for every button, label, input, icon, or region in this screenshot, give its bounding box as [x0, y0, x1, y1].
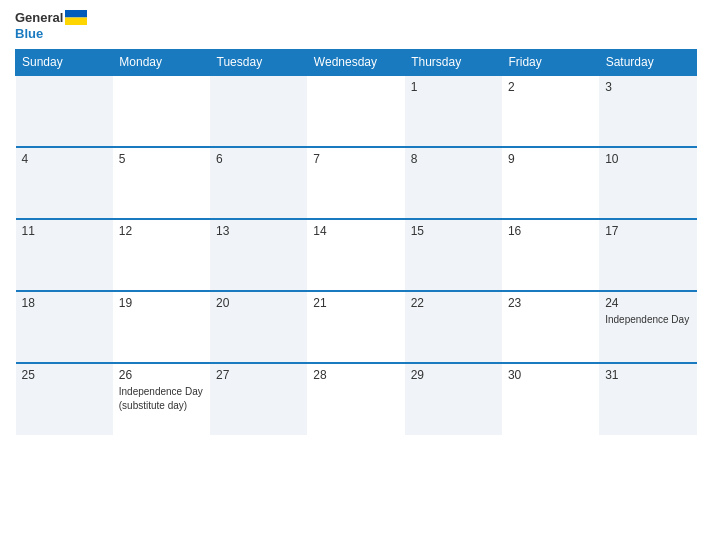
calendar-cell: 7: [307, 147, 404, 219]
day-number: 5: [119, 152, 204, 166]
day-number: 18: [22, 296, 107, 310]
calendar-header: SundayMondayTuesdayWednesdayThursdayFrid…: [16, 50, 697, 76]
calendar-cell: 28: [307, 363, 404, 435]
day-number: 9: [508, 152, 593, 166]
day-number: 24: [605, 296, 690, 310]
weekday-header-wednesday: Wednesday: [307, 50, 404, 76]
day-number: 20: [216, 296, 301, 310]
weekday-header-tuesday: Tuesday: [210, 50, 307, 76]
calendar-cell: [210, 75, 307, 147]
calendar-cell: 8: [405, 147, 502, 219]
day-number: 14: [313, 224, 398, 238]
calendar-cell: 14: [307, 219, 404, 291]
calendar-week-2: 45678910: [16, 147, 697, 219]
day-number: 29: [411, 368, 496, 382]
day-number: 25: [22, 368, 107, 382]
day-number: 6: [216, 152, 301, 166]
day-number: 13: [216, 224, 301, 238]
calendar-week-3: 11121314151617: [16, 219, 697, 291]
calendar-cell: 15: [405, 219, 502, 291]
calendar-cell: 21: [307, 291, 404, 363]
calendar-cell: 23: [502, 291, 599, 363]
day-number: 4: [22, 152, 107, 166]
day-number: 11: [22, 224, 107, 238]
svg-rect-1: [65, 18, 87, 26]
svg-rect-0: [65, 10, 87, 18]
calendar-cell: 13: [210, 219, 307, 291]
weekday-row: SundayMondayTuesdayWednesdayThursdayFrid…: [16, 50, 697, 76]
calendar-cell: 26Independence Day (substitute day): [113, 363, 210, 435]
day-number: 21: [313, 296, 398, 310]
calendar-cell: 3: [599, 75, 696, 147]
calendar-body: 123456789101112131415161718192021222324I…: [16, 75, 697, 435]
calendar-page: General Blue SundayMondayTuesdayWednesda…: [0, 0, 712, 550]
calendar-cell: 29: [405, 363, 502, 435]
day-number: 15: [411, 224, 496, 238]
day-number: 22: [411, 296, 496, 310]
logo-general-text: General: [15, 10, 63, 26]
calendar-cell: 27: [210, 363, 307, 435]
day-number: 17: [605, 224, 690, 238]
calendar-cell: 5: [113, 147, 210, 219]
calendar-cell: [307, 75, 404, 147]
day-number: 3: [605, 80, 690, 94]
day-number: 28: [313, 368, 398, 382]
calendar-cell: 20: [210, 291, 307, 363]
calendar-cell: 16: [502, 219, 599, 291]
day-number: 2: [508, 80, 593, 94]
calendar-cell: 6: [210, 147, 307, 219]
logo: General Blue: [15, 10, 87, 41]
day-number: 27: [216, 368, 301, 382]
weekday-header-sunday: Sunday: [16, 50, 113, 76]
day-number: 30: [508, 368, 593, 382]
logo-flag-icon: [65, 10, 87, 25]
calendar-cell: 24Independence Day: [599, 291, 696, 363]
calendar-week-5: 2526Independence Day (substitute day)272…: [16, 363, 697, 435]
day-number: 19: [119, 296, 204, 310]
calendar-table: SundayMondayTuesdayWednesdayThursdayFrid…: [15, 49, 697, 435]
calendar-week-1: 123: [16, 75, 697, 147]
calendar-week-4: 18192021222324Independence Day: [16, 291, 697, 363]
weekday-header-monday: Monday: [113, 50, 210, 76]
day-number: 8: [411, 152, 496, 166]
calendar-cell: 18: [16, 291, 113, 363]
weekday-header-saturday: Saturday: [599, 50, 696, 76]
header: General Blue: [15, 10, 697, 41]
day-number: 10: [605, 152, 690, 166]
calendar-cell: 1: [405, 75, 502, 147]
weekday-header-friday: Friday: [502, 50, 599, 76]
calendar-event: Independence Day: [605, 314, 689, 325]
calendar-cell: 9: [502, 147, 599, 219]
calendar-cell: [113, 75, 210, 147]
calendar-cell: 11: [16, 219, 113, 291]
calendar-cell: 22: [405, 291, 502, 363]
day-number: 31: [605, 368, 690, 382]
calendar-cell: 25: [16, 363, 113, 435]
day-number: 7: [313, 152, 398, 166]
day-number: 26: [119, 368, 204, 382]
calendar-cell: 17: [599, 219, 696, 291]
weekday-header-thursday: Thursday: [405, 50, 502, 76]
day-number: 23: [508, 296, 593, 310]
day-number: 16: [508, 224, 593, 238]
calendar-cell: 10: [599, 147, 696, 219]
day-number: 1: [411, 80, 496, 94]
calendar-cell: 31: [599, 363, 696, 435]
calendar-cell: [16, 75, 113, 147]
calendar-event: Independence Day (substitute day): [119, 386, 203, 411]
calendar-cell: 2: [502, 75, 599, 147]
calendar-cell: 12: [113, 219, 210, 291]
logo-blue-text: Blue: [15, 26, 87, 42]
calendar-cell: 4: [16, 147, 113, 219]
calendar-cell: 30: [502, 363, 599, 435]
calendar-cell: 19: [113, 291, 210, 363]
day-number: 12: [119, 224, 204, 238]
